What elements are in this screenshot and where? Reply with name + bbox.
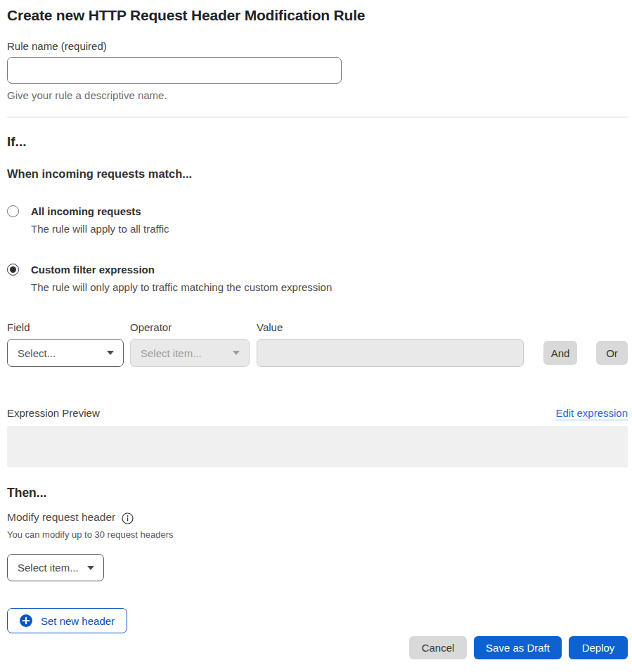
expression-preview-row: Expression Preview Edit expression xyxy=(7,406,628,420)
option-text: Custom filter expression The rule will o… xyxy=(31,263,332,294)
rule-name-helper: Give your rule a descriptive name. xyxy=(7,89,628,102)
save-as-draft-button[interactable]: Save as Draft xyxy=(474,636,562,659)
create-rule-page: Create new HTTP Request Header Modificat… xyxy=(0,0,632,659)
option-text: All incoming requests The rule will appl… xyxy=(31,205,169,235)
option-label: All incoming requests xyxy=(31,205,169,218)
and-button[interactable]: And xyxy=(543,341,577,365)
chevron-down-icon xyxy=(233,351,240,355)
section-divider xyxy=(7,117,628,117)
value-label: Value xyxy=(257,321,283,334)
radio-button-unselected[interactable] xyxy=(7,205,19,217)
match-subheading: When incoming requests match... xyxy=(7,167,628,181)
expression-builder-row: Select... Select item... And Or xyxy=(7,339,628,367)
option-description: The rule will only apply to traffic matc… xyxy=(31,280,332,294)
modify-header-label: Modify request header xyxy=(7,510,115,524)
option-custom-filter-expression[interactable]: Custom filter expression The rule will o… xyxy=(7,263,628,294)
expression-preview-label: Expression Preview xyxy=(7,406,100,420)
header-item-select[interactable]: Select item... xyxy=(7,554,104,581)
header-select-value: Select item... xyxy=(18,562,79,574)
page-title: Create new HTTP Request Header Modificat… xyxy=(7,6,628,25)
then-heading: Then... xyxy=(7,485,628,501)
rule-name-label: Rule name (required) xyxy=(7,39,628,53)
modify-header-row: Modify request header xyxy=(7,510,628,524)
set-new-header-label: Set new header xyxy=(41,615,115,627)
rule-name-input[interactable] xyxy=(7,57,342,84)
field-select-value: Select... xyxy=(18,347,56,359)
field-select[interactable]: Select... xyxy=(7,339,124,367)
expression-builder-labels: Field Operator Value xyxy=(7,321,628,334)
or-button[interactable]: Or xyxy=(596,341,628,365)
set-new-header-button[interactable]: Set new header xyxy=(7,608,127,633)
operator-select-value: Select item... xyxy=(141,347,202,359)
option-all-incoming-requests[interactable]: All incoming requests The rule will appl… xyxy=(7,205,628,235)
expression-preview-box xyxy=(7,426,628,467)
radio-button-selected[interactable] xyxy=(7,264,19,276)
chevron-down-icon xyxy=(87,566,94,570)
edit-expression-link[interactable]: Edit expression xyxy=(555,406,628,420)
operator-select-disabled: Select item... xyxy=(130,339,250,367)
modify-header-helper: You can modify up to 30 request headers xyxy=(7,529,628,540)
operator-label: Operator xyxy=(130,321,257,334)
deploy-button[interactable]: Deploy xyxy=(569,636,628,659)
plus-circle-icon xyxy=(20,614,32,627)
footer-actions: Cancel Save as Draft Deploy xyxy=(7,636,628,659)
cancel-button[interactable]: Cancel xyxy=(409,636,467,659)
if-heading: If... xyxy=(7,133,628,150)
chevron-down-icon xyxy=(107,351,114,355)
value-input-disabled xyxy=(257,339,524,367)
info-icon[interactable] xyxy=(122,512,134,524)
option-label: Custom filter expression xyxy=(31,263,332,276)
field-label: Field xyxy=(7,321,130,334)
option-description: The rule will apply to all traffic xyxy=(31,222,169,235)
